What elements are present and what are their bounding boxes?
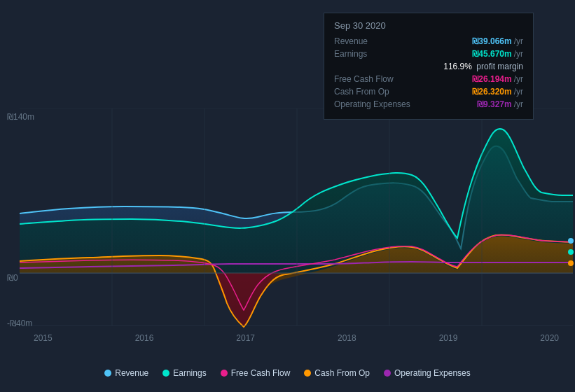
revenue-row: Revenue ₪39.066m/yr (334, 36, 523, 46)
profit-value: 116.9% profit margin (443, 62, 523, 71)
legend-dot-earnings (162, 370, 169, 377)
cashop-label: Cash From Op (334, 87, 411, 97)
cashop-dot (568, 260, 574, 266)
earnings-dot (568, 249, 574, 255)
revenue-label: Revenue (334, 36, 411, 46)
earnings-value: ₪45.670m/yr (472, 49, 523, 59)
legend-item-opex[interactable]: Operating Expenses (384, 368, 471, 378)
legend-dot-opex (384, 370, 391, 377)
legend-label-revenue: Revenue (115, 368, 148, 378)
tooltip-box: Sep 30 2020 Revenue ₪39.066m/yr Earnings… (324, 13, 534, 120)
legend-dot-fcf (221, 370, 228, 377)
legend-label-fcf: Free Cash Flow (231, 368, 291, 378)
cashop-row: Cash From Op ₪26.320m/yr (334, 87, 523, 97)
cashop-value: ₪26.320m/yr (472, 87, 523, 97)
legend-item-revenue[interactable]: Revenue (104, 368, 148, 378)
legend-label-earnings: Earnings (173, 368, 206, 378)
earnings-row: Earnings ₪45.670m/yr (334, 49, 523, 59)
legend-dot-revenue (104, 370, 111, 377)
legend-item-fcf[interactable]: Free Cash Flow (221, 368, 291, 378)
legend-label-cashop: Cash From Op (314, 368, 370, 378)
fcf-row: Free Cash Flow ₪26.194m/yr (334, 74, 523, 84)
chart-legend: Revenue Earnings Free Cash Flow Cash Fro… (0, 368, 575, 378)
profit-row: 116.9% profit margin (334, 62, 523, 71)
right-indicators (568, 238, 574, 266)
opex-label: Operating Expenses (334, 99, 411, 109)
tooltip-title: Sep 30 2020 (334, 20, 523, 31)
legend-dot-cashop (304, 370, 311, 377)
x-label-2016: 2016 (135, 333, 154, 343)
x-label-2019: 2019 (439, 333, 458, 343)
x-axis-labels: 2015 2016 2017 2018 2019 2020 (20, 333, 573, 343)
y-label-0: ₪0 (7, 273, 18, 283)
opex-row: Operating Expenses ₪9.327m/yr (334, 99, 523, 109)
revenue-dot (568, 238, 574, 244)
chart-container: Sep 30 2020 Revenue ₪39.066m/yr Earnings… (0, 0, 575, 392)
x-label-2017: 2017 (236, 333, 255, 343)
fcf-value: ₪26.194m/yr (472, 74, 523, 84)
legend-item-cashop[interactable]: Cash From Op (304, 368, 370, 378)
legend-item-earnings[interactable]: Earnings (162, 368, 206, 378)
revenue-value: ₪39.066m/yr (472, 36, 523, 46)
fcf-label: Free Cash Flow (334, 74, 411, 84)
earnings-label: Earnings (334, 49, 411, 59)
opex-value: ₪9.327m/yr (477, 99, 523, 109)
legend-label-opex: Operating Expenses (394, 368, 471, 378)
chart-svg (20, 108, 573, 332)
x-label-2020: 2020 (540, 333, 559, 343)
x-label-2015: 2015 (34, 333, 53, 343)
x-label-2018: 2018 (338, 333, 356, 343)
